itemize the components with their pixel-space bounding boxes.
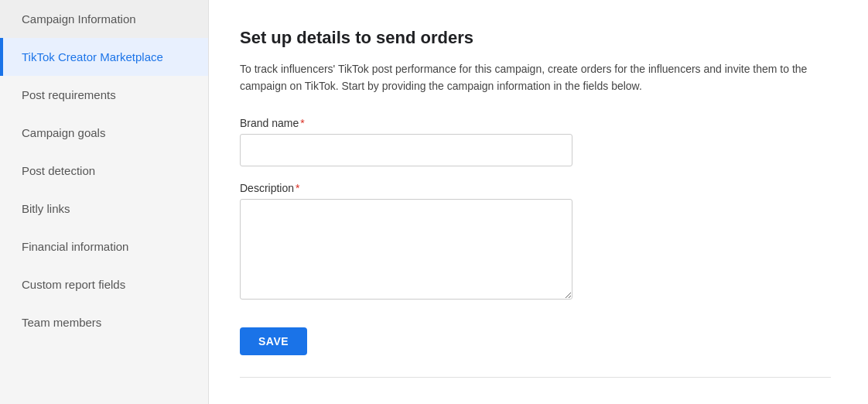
sidebar-item-label: Campaign Information: [22, 12, 136, 26]
sidebar-item-label: Post detection: [22, 164, 95, 177]
sidebar-item-label: Custom report fields: [22, 278, 125, 291]
sidebar-item-label: Team members: [22, 316, 101, 329]
brand-name-label: Brand name*: [240, 117, 831, 129]
main-content: Set up details to send orders To track i…: [209, 0, 868, 404]
sidebar-item-tiktok-creator-marketplace[interactable]: TikTok Creator Marketplace: [0, 38, 208, 76]
sidebar-item-label: Post requirements: [22, 88, 116, 101]
sidebar-item-bitly-links[interactable]: Bitly links: [0, 190, 208, 228]
bottom-divider: [240, 377, 831, 378]
sidebar-item-team-members[interactable]: Team members: [0, 303, 208, 341]
description-group: Description*: [240, 182, 831, 300]
description-text: To track influencers' TikTok post perfor…: [240, 60, 831, 95]
sidebar-item-post-requirements[interactable]: Post requirements: [0, 76, 208, 114]
sidebar-item-label: Financial information: [22, 240, 128, 253]
sidebar-item-label: Bitly links: [22, 202, 70, 215]
sidebar-item-campaign-goals[interactable]: Campaign goals: [0, 114, 208, 152]
brand-name-required-star: *: [300, 117, 304, 129]
description-textarea[interactable]: [240, 199, 572, 300]
description-label: Description*: [240, 182, 831, 194]
sidebar: Campaign Information TikTok Creator Mark…: [0, 0, 209, 404]
sidebar-item-label: Campaign goals: [22, 126, 105, 139]
page-title: Set up details to send orders: [240, 28, 831, 48]
sidebar-item-post-detection[interactable]: Post detection: [0, 152, 208, 190]
save-button[interactable]: SAVE: [240, 327, 307, 355]
brand-name-group: Brand name*: [240, 117, 831, 166]
sidebar-item-financial-information[interactable]: Financial information: [0, 228, 208, 265]
sidebar-item-custom-report-fields[interactable]: Custom report fields: [0, 265, 208, 303]
brand-name-input[interactable]: [240, 134, 572, 166]
sidebar-item-campaign-information[interactable]: Campaign Information: [0, 0, 208, 38]
sidebar-item-label: TikTok Creator Marketplace: [22, 50, 163, 63]
description-required-star: *: [296, 182, 299, 194]
